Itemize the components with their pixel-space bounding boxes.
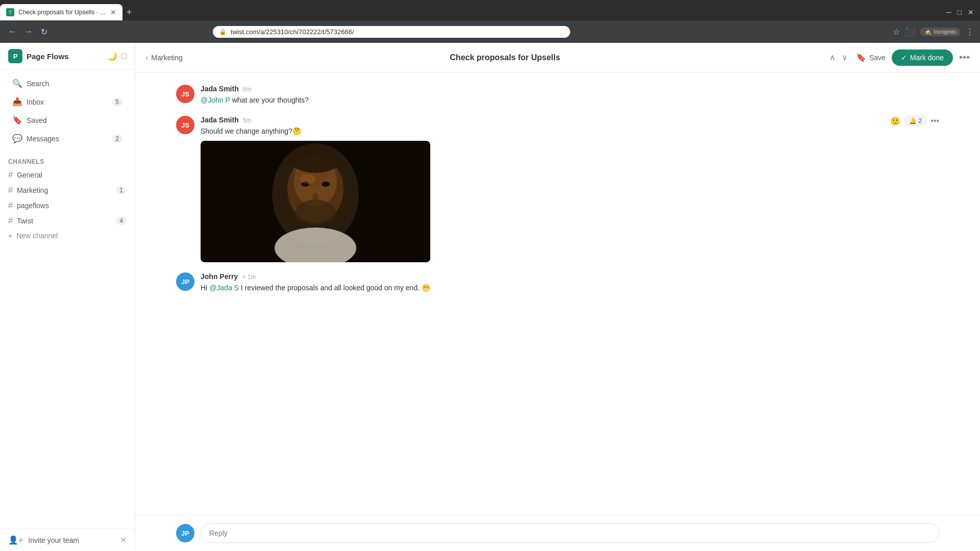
image-placeholder <box>201 141 430 262</box>
sidebar-item-search[interactable]: 🔍 Search <box>4 74 131 92</box>
check-icon: ✓ <box>901 54 907 62</box>
message-header: John Perry < 1m <box>201 272 939 281</box>
layout-icon[interactable]: □ <box>121 52 127 61</box>
more-options-button[interactable]: ••• <box>959 52 970 63</box>
maximize-button[interactable]: □ <box>958 8 962 16</box>
reply-input[interactable] <box>201 523 939 543</box>
incognito-label: Incognito <box>934 29 957 35</box>
bookmark-button[interactable]: ☆ <box>893 27 900 37</box>
messages-badge: 2 <box>112 135 122 143</box>
sidebar-header: P Page Flows 🌙 □ <box>0 43 135 70</box>
address-input[interactable]: 🔒 twist.com/a/225310/ch/702222/t/5732666… <box>213 26 570 38</box>
message-actions: 🙂 🔔 2 ••• <box>890 116 940 126</box>
message-author: Jada Smith <box>201 85 239 93</box>
sidebar-item-inbox[interactable]: 📥 Inbox 5 <box>4 93 131 111</box>
mention[interactable]: @Jada S <box>209 284 239 292</box>
tab-favicon: T <box>6 8 14 16</box>
extensions-button[interactable]: ⬛ <box>905 27 915 37</box>
mark-done-button[interactable]: ✓ Mark done <box>892 49 953 66</box>
sidebar-item-saved[interactable]: 🔖 Saved <box>4 111 131 129</box>
notification-count-badge[interactable]: 🔔 2 <box>904 116 927 126</box>
message-time: 6m <box>243 86 252 93</box>
channel-twist-label: Twist <box>17 217 112 225</box>
mark-done-label: Mark done <box>910 54 944 62</box>
url-text: twist.com/a/225310/ch/702222/t/5732666/ <box>231 28 564 36</box>
sidebar-item-messages-label: Messages <box>27 135 107 143</box>
table-row: JS Jada Smith 5m Should we change anythi… <box>176 116 939 262</box>
back-button[interactable]: ← <box>6 25 18 38</box>
header-icons: 🌙 □ <box>107 52 127 61</box>
top-bar: ‹ Marketing Check proposals for Upsells … <box>135 43 980 72</box>
inbox-icon: 📥 <box>12 97 21 107</box>
marketing-badge: 1 <box>116 186 127 194</box>
add-channel-label: New channel <box>16 232 58 240</box>
sidebar-nav: 🔍 Search 📥 Inbox 5 🔖 Saved 💬 Messages 2 <box>0 70 135 152</box>
hash-icon: # <box>8 201 13 210</box>
next-thread-button[interactable]: ∨ <box>840 51 850 64</box>
prev-thread-button[interactable]: ∧ <box>827 51 838 64</box>
sidebar-item-general[interactable]: # General <box>0 167 135 183</box>
sidebar-item-twist[interactable]: # Twist 4 <box>0 213 135 229</box>
message-body: Jada Smith 6m @John P what are your thou… <box>201 85 939 106</box>
message-time: < 1m <box>242 273 256 281</box>
message-text: Should we change anything?🤔 <box>201 126 939 137</box>
hash-icon: # <box>8 216 13 226</box>
thread-title: Check proposals for Upsells <box>189 53 821 62</box>
menu-button[interactable]: ⋮ <box>966 27 974 37</box>
breadcrumb-channel[interactable]: Marketing <box>151 54 182 62</box>
active-tab[interactable]: T Check proposals for Upsells · Pa ✕ <box>0 4 122 20</box>
sidebar-item-messages[interactable]: 💬 Messages 2 <box>4 130 131 147</box>
bookmark-icon: 🔖 <box>856 53 866 62</box>
address-bar: ← → ↻ 🔒 twist.com/a/225310/ch/702222/t/5… <box>0 20 980 43</box>
browser-actions: ☆ ⬛ 🕵 Incognito ⋮ <box>893 27 974 37</box>
back-icon[interactable]: ‹ <box>145 53 148 62</box>
message-content: I reviewed the proposals and all looked … <box>241 284 430 292</box>
tab-title: Check proposals for Upsells · Pa <box>18 9 106 16</box>
close-window-button[interactable]: ✕ <box>968 8 974 16</box>
saved-icon: 🔖 <box>12 115 21 125</box>
app: P Page Flows 🌙 □ 🔍 Search 📥 Inbox 5 🔖 Sa… <box>0 43 980 551</box>
incognito-badge: 🕵 Incognito <box>920 28 961 36</box>
sidebar-item-pageflows[interactable]: # pageflows <box>0 198 135 213</box>
avatar: JS <box>176 85 194 103</box>
channel-marketing-label: Marketing <box>17 186 112 194</box>
invite-close-button[interactable]: ✕ <box>120 535 127 545</box>
messages-icon: 💬 <box>12 134 21 143</box>
mention[interactable]: @John P <box>201 96 230 104</box>
forward-button[interactable]: → <box>22 25 35 38</box>
channel-general-label: General <box>17 171 127 179</box>
channel-pageflows-label: pageflows <box>17 202 127 210</box>
message-content: Should we change anything?🤔 <box>201 127 301 135</box>
incognito-icon: 🕵 <box>924 29 932 35</box>
thread-content: JS Jada Smith 6m @John P what are your t… <box>135 72 980 515</box>
svg-point-11 <box>300 174 315 184</box>
avatar: JP <box>176 272 194 291</box>
save-button[interactable]: 🔖 Save <box>856 53 886 62</box>
tab-close-button[interactable]: ✕ <box>110 8 116 16</box>
tab-bar: T Check proposals for Upsells · Pa ✕ + ─… <box>0 0 980 20</box>
sidebar-item-marketing[interactable]: # Marketing 1 <box>0 183 135 198</box>
top-bar-actions: ∧ ∨ 🔖 Save ✓ Mark done ••• <box>827 49 970 66</box>
main-content: ‹ Marketing Check proposals for Upsells … <box>135 43 980 551</box>
message-text: @John P what are your thoughts? <box>201 95 939 106</box>
nav-arrows: ∧ ∨ <box>827 51 850 64</box>
message-author: John Perry <box>201 272 238 281</box>
svg-point-9 <box>322 182 330 187</box>
workspace-icon: P <box>8 49 22 63</box>
add-reaction-button[interactable]: 🙂 <box>890 116 900 126</box>
reply-box: JP <box>176 523 939 543</box>
lock-icon: 🔒 <box>219 28 227 35</box>
svg-point-5 <box>289 144 342 173</box>
workspace-name: Page Flows <box>27 52 103 61</box>
sidebar-item-saved-label: Saved <box>27 116 122 124</box>
more-message-options-button[interactable]: ••• <box>930 116 939 126</box>
add-channel-button[interactable]: + New channel <box>0 229 135 243</box>
reload-button[interactable]: ↻ <box>39 25 50 39</box>
invite-label[interactable]: Invite your team <box>28 536 115 544</box>
minimize-button[interactable]: ─ <box>946 8 951 16</box>
dark-mode-icon[interactable]: 🌙 <box>107 52 117 61</box>
message-header: Jada Smith 5m <box>201 116 939 124</box>
svg-point-6 <box>295 199 336 225</box>
breadcrumb: ‹ Marketing <box>145 53 183 62</box>
new-tab-button[interactable]: + <box>122 7 136 18</box>
